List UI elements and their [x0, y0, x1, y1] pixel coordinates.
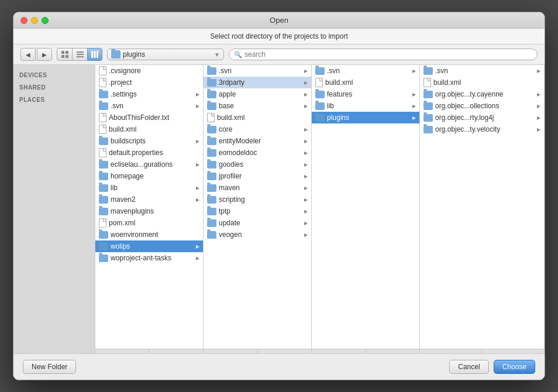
file-item[interactable]: wolips▶	[95, 240, 203, 252]
forward-button[interactable]: ▶	[37, 48, 52, 61]
file-item[interactable]: apple▶	[204, 88, 311, 100]
folder-icon	[99, 173, 108, 180]
file-columns: .cvsignore.project.settings▶.svn▶AboutTh…	[95, 65, 545, 353]
item-label: base	[219, 102, 302, 110]
file-item[interactable]: woenvironment	[95, 229, 203, 240]
location-bar[interactable]: plugins ▼	[107, 49, 224, 60]
file-item[interactable]: scripting▶	[204, 194, 311, 205]
disclosure-arrow: ▶	[196, 185, 199, 191]
svg-rect-6	[77, 56, 84, 57]
item-label: .svn	[327, 67, 410, 75]
file-item[interactable]: .cvsignore	[95, 65, 203, 77]
file-item[interactable]: lib▶	[312, 100, 419, 112]
file-item[interactable]: features▶	[312, 88, 419, 100]
new-folder-button[interactable]: New Folder	[23, 360, 76, 374]
disclosure-arrow: ▶	[196, 104, 199, 109]
svg-rect-8	[94, 51, 96, 58]
folder-icon	[207, 91, 216, 98]
disclosure-arrow: ▶	[196, 197, 199, 202]
file-item[interactable]: .svn▶	[420, 65, 544, 77]
file-item[interactable]: core▶	[204, 123, 311, 135]
cancel-button[interactable]: Cancel	[449, 360, 488, 374]
file-item[interactable]: woproject-ant-tasks▶	[95, 252, 203, 264]
file-item[interactable]: default.properties	[95, 147, 203, 159]
file-item[interactable]: .svn▶	[312, 65, 419, 77]
file-item[interactable]: .settings▶	[95, 88, 203, 100]
item-label: update	[219, 219, 302, 227]
choose-button[interactable]: Choose	[494, 360, 535, 374]
search-input[interactable]	[244, 50, 532, 59]
file-item[interactable]: org.objec...ty.velocity▶	[420, 123, 544, 135]
back-button[interactable]: ◀	[20, 48, 36, 61]
file-item[interactable]: org.objec...ollections▶	[420, 100, 544, 112]
file-item[interactable]: maven▶	[204, 182, 311, 194]
sidebar: DEVICES SHARED PLACES	[13, 65, 95, 353]
file-item[interactable]: goodies▶	[204, 159, 311, 170]
file-item[interactable]: ecliselau...gurations▶	[95, 159, 203, 170]
maximize-button[interactable]	[42, 17, 49, 24]
folder-icon	[207, 196, 216, 204]
search-bar[interactable]: 🔍	[229, 49, 538, 60]
file-item[interactable]: build.xml	[312, 77, 419, 88]
toolbar: ◀ ▶ plugins ▼ 🔍	[13, 44, 545, 65]
disclosure-arrow: ▶	[196, 139, 199, 144]
file-item[interactable]: build.xml	[204, 112, 311, 123]
file-item[interactable]: mavenplugins	[95, 205, 203, 217]
list-view-button[interactable]	[72, 48, 87, 61]
file-item[interactable]: tptp▶	[204, 205, 311, 217]
sidebar-header-shared: SHARED	[13, 82, 95, 92]
disclosure-arrow: ▶	[537, 92, 540, 97]
disclosure-arrow: ▶	[412, 92, 416, 97]
file-item[interactable]: org.objec...rty.log4j▶	[420, 112, 544, 123]
location-text: plugins	[123, 50, 212, 59]
column-view-button[interactable]	[87, 48, 102, 61]
item-label: entityModeler	[219, 137, 302, 145]
view-buttons	[57, 48, 102, 61]
svg-rect-0	[61, 51, 64, 54]
file-item[interactable]: eomodeldoc▶	[204, 147, 311, 159]
item-label: plugins	[327, 114, 410, 122]
folder-icon	[315, 91, 325, 98]
icon-view-button[interactable]	[57, 48, 72, 61]
folder-icon	[207, 79, 216, 87]
file-item[interactable]: maven2▶	[95, 194, 203, 205]
folder-icon	[423, 114, 433, 122]
file-item[interactable]: base▶	[204, 100, 311, 112]
disclosure-arrow: ▶	[412, 115, 416, 121]
disclosure-arrow: ▶	[304, 197, 308, 202]
file-column-1: .cvsignore.project.settings▶.svn▶AboutTh…	[95, 65, 204, 353]
disclosure-arrow: ▶	[304, 139, 308, 144]
file-item[interactable]: veogen▶	[204, 229, 311, 240]
minimize-button[interactable]	[31, 17, 38, 24]
file-item[interactable]: homepage	[95, 170, 203, 182]
file-item[interactable]: lib▶	[95, 182, 203, 194]
sidebar-section-places: PLACES	[13, 94, 95, 104]
file-item[interactable]: entityModeler▶	[204, 135, 311, 147]
item-label: .svn	[219, 67, 302, 75]
subtitle-text: Select root directory of the projects to…	[210, 32, 347, 40]
folder-icon	[99, 102, 108, 110]
file-doc-icon	[315, 78, 323, 87]
column-resizer[interactable]: |	[420, 349, 544, 353]
disclosure-arrow: ▶	[537, 115, 540, 121]
close-button[interactable]	[20, 17, 27, 24]
file-item[interactable]: .project	[95, 77, 203, 88]
file-item[interactable]: .svn▶	[204, 65, 311, 77]
disclosure-arrow: ▶	[304, 150, 308, 156]
column-resizer[interactable]: |	[95, 349, 203, 353]
file-item[interactable]: buildscripts▶	[95, 135, 203, 147]
file-item[interactable]: pom.xml	[95, 217, 203, 229]
file-item[interactable]: build.xml	[95, 123, 203, 135]
file-item[interactable]: org.objec...ty.cayenne▶	[420, 88, 544, 100]
file-item[interactable]: jprofiler▶	[204, 170, 311, 182]
column-resizer[interactable]: |	[312, 349, 419, 353]
column-resizer[interactable]: |	[204, 349, 311, 353]
file-item[interactable]: build.xml	[420, 77, 544, 88]
file-item[interactable]: AboutThisFolder.txt	[95, 112, 203, 123]
file-item[interactable]: .svn▶	[95, 100, 203, 112]
item-label: jprofiler	[219, 172, 302, 180]
file-item[interactable]: plugins▶	[312, 112, 419, 123]
file-item[interactable]: 3rdparty▶	[204, 77, 311, 88]
open-dialog: Open Select root directory of the projec…	[13, 12, 545, 380]
file-item[interactable]: update▶	[204, 217, 311, 229]
